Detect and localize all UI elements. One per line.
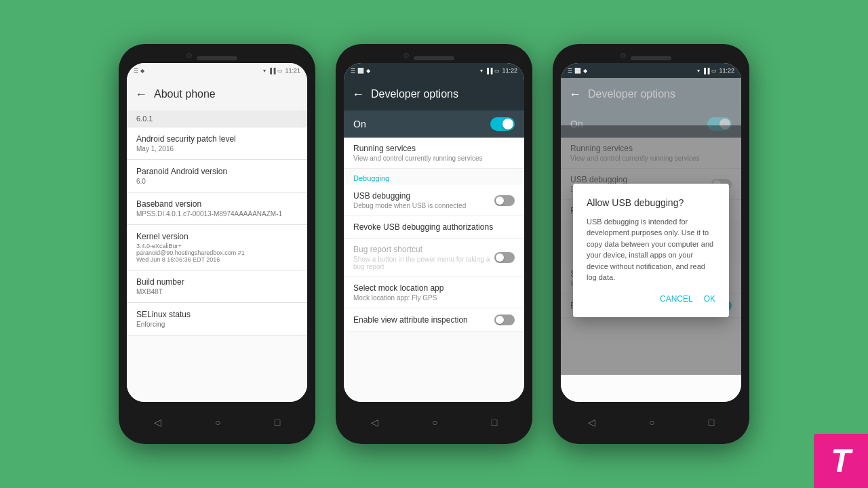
watermark-letter: T <box>831 445 850 477</box>
phone-3-screen: ☰ ⬜ ◆ ▾ ▐▐ ▭ 11:22 ← Developer options <box>561 63 741 402</box>
phone-2-screen: ☰ ⬜ ◆ ▾ ▐▐ ▭ 11:22 ← Developer options O… <box>344 63 524 402</box>
status-left: ☰ ◆ <box>134 68 144 74</box>
back-arrow: ← <box>569 87 581 102</box>
home-nav-icon[interactable]: ○ <box>215 417 220 428</box>
build-number-item: Build number MXB48T <box>127 270 307 303</box>
status-right: ▾ ▐▐ ▭ 11:21 <box>263 67 300 74</box>
view-attribute-toggle[interactable] <box>494 314 515 325</box>
view-attribute-text: Enable view attribute inspection <box>353 315 494 325</box>
bug-report-item: Bug report shortcut Show a button in the… <box>344 239 524 277</box>
phone-1-status-bar: ☰ ◆ ▾ ▐▐ ▭ 11:21 <box>127 63 307 78</box>
dialog-buttons: CANCEL OK <box>587 294 715 304</box>
mock-location-text: Select mock location app Mock location a… <box>353 283 515 302</box>
status-left: ☰ ⬜ ◆ <box>351 68 370 74</box>
running-services-title: Running services <box>353 144 515 153</box>
usb-debugging-toggle[interactable] <box>494 195 515 206</box>
battery-icon: ▭ <box>277 68 283 74</box>
status-right: ▾ ▐▐ ▭ 11:22 <box>480 67 517 74</box>
app-title: Developer options <box>371 88 458 100</box>
usb-debugging-item[interactable]: USB debugging Debug mode when USB is con… <box>344 185 524 216</box>
phone-3-status-bar: ☰ ⬜ ◆ ▾ ▐▐ ▭ 11:22 <box>561 63 741 78</box>
recents-nav-icon[interactable]: □ <box>492 417 497 428</box>
bug-report-text: Bug report shortcut Show a button in the… <box>353 245 494 270</box>
home-nav-icon[interactable]: ○ <box>649 417 654 428</box>
view-attribute-title: Enable view attribute inspection <box>353 315 494 325</box>
dialog-body: USB debugging is intended for developmen… <box>587 216 715 283</box>
wifi-icon: ▾ <box>263 68 266 74</box>
paranoid-version-item: Paranoid Android version 6.0 <box>127 160 307 192</box>
back-nav-icon[interactable]: ◁ <box>588 417 595 428</box>
phone-3-screen-wrapper: On Running services View and control cur… <box>561 110 741 402</box>
wifi-icon: ▾ <box>480 68 483 74</box>
status-icon-sim: ☰ <box>134 68 138 74</box>
phone-3: ☰ ⬜ ◆ ▾ ▐▐ ▭ 11:22 ← Developer options <box>553 44 749 444</box>
home-nav-icon[interactable]: ○ <box>432 417 437 428</box>
dialog-ok-button[interactable]: OK <box>704 294 715 304</box>
status-icon-dot: ◆ <box>140 68 144 74</box>
bug-report-title: Bug report shortcut <box>353 245 494 254</box>
phone-1: ☰ ◆ ▾ ▐▐ ▭ 11:21 ← About phone 6.0.1 <box>119 44 315 444</box>
setting-subtitle: May 1, 2016 <box>136 145 298 152</box>
security-patch-item: Android security patch level May 1, 2016 <box>127 127 307 160</box>
setting-subtitle: 3.4.0-eXcaliBur+ paranoid@90.hostingshar… <box>136 243 298 263</box>
running-services-item[interactable]: Running services View and control curren… <box>344 138 524 169</box>
status-icon-dot: ◆ <box>583 68 587 74</box>
mock-location-subtitle: Mock location app: Fly GPS <box>353 294 515 302</box>
bug-report-subtitle: Show a button in the power menu for taki… <box>353 256 494 270</box>
running-services-text: Running services View and control curren… <box>353 144 515 162</box>
mock-location-title: Select mock location app <box>353 283 515 293</box>
status-left: ☰ ⬜ ◆ <box>568 68 587 74</box>
developer-options-toggle[interactable] <box>490 117 515 131</box>
setting-subtitle: 6.0 <box>136 178 298 185</box>
battery-icon: ▭ <box>494 68 500 74</box>
selinux-item: SELinux status Enforcing <box>127 303 307 336</box>
phone-2-nav-bar: ◁ ○ □ <box>344 409 524 436</box>
app-title: About phone <box>154 88 216 100</box>
phone-1-app-bar: ← About phone <box>127 78 307 110</box>
usb-debug-dialog: Allow USB debugging? USB debugging is in… <box>573 184 729 317</box>
setting-title: Build number <box>136 277 298 287</box>
signal-icon: ▐▐ <box>485 68 492 74</box>
recents-nav-icon[interactable]: □ <box>709 417 714 428</box>
status-time: 11:22 <box>502 67 517 74</box>
status-icon-sim: ☰ <box>568 68 572 74</box>
status-icon-dot: ◆ <box>366 68 370 74</box>
dialog-cancel-button[interactable]: CANCEL <box>660 294 693 304</box>
revoke-usb-item[interactable]: Revoke USB debugging authorizations <box>344 216 524 239</box>
view-attribute-item[interactable]: Enable view attribute inspection <box>344 308 524 332</box>
setting-subtitle: Enforcing <box>136 321 298 328</box>
running-services-subtitle: View and control currently running servi… <box>353 155 515 162</box>
back-nav-icon[interactable]: ◁ <box>371 417 378 428</box>
dialog-overlay: Allow USB debugging? USB debugging is in… <box>561 125 741 375</box>
setting-subtitle: MPSS.DI.4.0.1.c7-00013-M8974AAAAANAZM-1 <box>136 210 298 218</box>
phone-1-nav-bar: ◁ ○ □ <box>127 409 307 436</box>
phone-3-app-bar: ← Developer options <box>561 78 741 110</box>
phone-2-app-bar: ← Developer options <box>344 78 524 110</box>
recents-nav-icon[interactable]: □ <box>275 417 280 428</box>
baseband-version-item: Baseband version MPSS.DI.4.0.1.c7-00013-… <box>127 192 307 225</box>
back-arrow[interactable]: ← <box>352 87 364 102</box>
kernel-version-item: Kernel version 3.4.0-eXcaliBur+ paranoid… <box>127 225 307 270</box>
phone-3-nav-bar: ◁ ○ □ <box>561 409 741 436</box>
status-time: 11:21 <box>285 67 300 74</box>
back-arrow[interactable]: ← <box>135 87 147 102</box>
setting-title: Paranoid Android version <box>136 167 298 176</box>
status-icon-sim: ☰ <box>351 68 355 74</box>
developer-options-toggle-row[interactable]: On <box>344 110 524 138</box>
back-nav-icon[interactable]: ◁ <box>154 417 161 428</box>
usb-debugging-text: USB debugging Debug mode when USB is con… <box>353 191 494 209</box>
revoke-usb-text: Revoke USB debugging authorizations <box>353 222 515 232</box>
signal-icon: ▐▐ <box>702 68 709 74</box>
setting-title: Kernel version <box>136 232 298 241</box>
mock-location-item[interactable]: Select mock location app Mock location a… <box>344 277 524 308</box>
phone-2: ☰ ⬜ ◆ ▾ ▐▐ ▭ 11:22 ← Developer options O… <box>336 44 532 444</box>
status-icon-img: ⬜ <box>574 68 581 74</box>
app-title: Developer options <box>588 88 675 100</box>
usb-debugging-title: USB debugging <box>353 191 494 201</box>
phone-2-status-bar: ☰ ⬜ ◆ ▾ ▐▐ ▭ 11:22 <box>344 63 524 78</box>
toggle-label: On <box>353 119 366 129</box>
phone-2-camera <box>403 53 409 58</box>
debugging-header: Debugging <box>344 169 524 185</box>
setting-title: Baseband version <box>136 199 298 209</box>
setting-subtitle: MXB48T <box>136 288 298 296</box>
